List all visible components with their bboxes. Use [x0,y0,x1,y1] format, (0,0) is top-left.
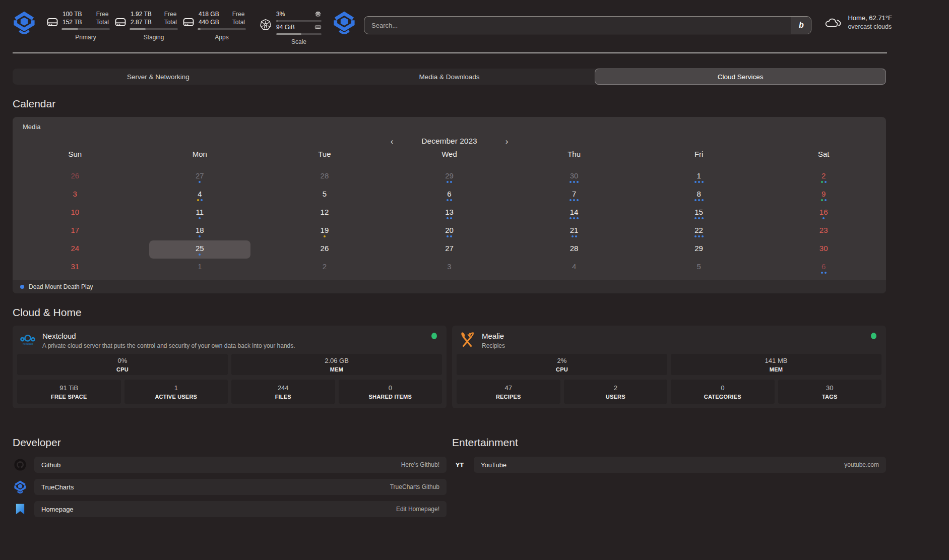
calendar-day-1-muted[interactable]: 1 [138,259,263,277]
resource-total-value: 2.87 TB [131,18,152,26]
calendar-day-14[interactable]: 14 [512,204,637,222]
event-dots [197,199,203,201]
calendar-day-2-muted[interactable]: 2 [262,259,387,277]
prev-month-button[interactable]: ‹ [391,137,394,146]
calendar-day-15[interactable]: 15 [637,204,762,222]
scale-widget-label: Scale [276,38,322,45]
resource-total-value: 152 TB [62,18,82,26]
stat-active-users: 1ACTIVE USERS [124,380,228,404]
svg-text:Nextcloud: Nextcloud [23,343,33,345]
tab-server-networking[interactable]: Server & Networking [13,69,304,85]
calendar-day-28-muted[interactable]: 28 [262,168,387,186]
event-title: Dead Mount Death Play [29,283,93,290]
calendar-day-6[interactable]: 6 [387,186,512,204]
disk-icon [114,16,127,29]
search-provider-button[interactable]: b [791,17,811,34]
calendar-day-16[interactable]: 16 [761,204,886,222]
calendar-day-27-muted[interactable]: 27 [138,168,263,186]
calendar-day-8[interactable]: 8 [637,186,762,204]
bookmark-youtube: YT YouTube youtube.com [452,457,886,473]
status-badge [871,333,876,339]
calendar-day-9[interactable]: 9 [761,186,886,204]
calendar-day-3-muted[interactable]: 3 [387,259,512,277]
scale-mem-value: 94 GiB [276,24,295,31]
event-dots [447,217,452,219]
calendar-day-17[interactable]: 17 [13,222,138,240]
event-dots [823,217,825,219]
tab-media-downloads[interactable]: Media & Downloads [304,69,595,85]
calendar-day-25[interactable]: 25 [138,240,263,259]
calendar-day-12[interactable]: 12 [262,204,387,222]
calendar-day-30[interactable]: 30 [761,240,886,259]
day-header-sat: Sat [761,150,886,164]
status-badge [431,333,437,339]
resource-usage-bar [61,28,110,30]
calendar-day-10[interactable]: 10 [13,204,138,222]
calendar-day-6-muted[interactable]: 6 [761,259,886,277]
calendar-day-18[interactable]: 18 [138,222,263,240]
cloud-icon [824,15,843,30]
calendar-day-2[interactable]: 2 [761,168,886,186]
bookmark-link-github[interactable]: Github Here's Github! [34,457,447,473]
calendar-day-26[interactable]: 26 [262,240,387,259]
calendar-day-4[interactable]: 4 [138,186,263,204]
header: 100 TB152 TB FreeTotal Primary 1.92 TB2.… [13,10,892,45]
calendar-day-29-muted[interactable]: 29 [387,168,512,186]
event-dots [694,235,704,237]
stat-users: 2USERS [564,380,668,404]
resource-total-value: 440 GB [199,18,219,26]
calendar-day-20[interactable]: 20 [387,222,512,240]
calendar-day-27[interactable]: 27 [387,240,512,259]
resource-widget-primary: 100 TB152 TB FreeTotal Primary [46,10,110,41]
calendar-day-13[interactable]: 13 [387,204,512,222]
view-tabs: Server & Networking Media & Downloads Cl… [13,69,886,85]
service-card-nextcloud[interactable]: Nextcloud Nextcloud A private cloud serv… [13,326,447,408]
bookmark-link-homepage[interactable]: Homepage Edit Homepage! [34,501,447,517]
event-dots [694,199,704,201]
calendar-day-11[interactable]: 11 [138,204,263,222]
calendar-day-30-muted[interactable]: 30 [512,168,637,186]
entertainment-column: Entertainment YT YouTube youtube.com [452,437,886,523]
event-dots [821,199,827,201]
month-title: December 2023 [421,137,477,146]
search-input[interactable] [364,17,791,34]
calendar-day-21[interactable]: 21 [512,222,637,240]
calendar-day-1[interactable]: 1 [637,168,762,186]
resource-free-label: Free [164,10,177,18]
resource-usage-bar [198,28,246,30]
event-dots [199,254,201,256]
search-bar: b [364,16,811,34]
calendar-day-24[interactable]: 24 [13,240,138,259]
event-dots [324,235,326,237]
bookmarks-area: Developer Github Here's Github! TrueChar… [13,437,886,523]
resource-total-label: Total [164,18,177,26]
calendar-day-22[interactable]: 22 [637,222,762,240]
calendar-day-19[interactable]: 19 [262,222,387,240]
service-card-mealie[interactable]: Mealie Recipies 2%CPU141 MBMEM 47RECIPES… [452,326,886,408]
calendar-day-28[interactable]: 28 [512,240,637,259]
calendar-day-4-muted[interactable]: 4 [512,259,637,277]
tab-cloud-services[interactable]: Cloud Services [595,69,886,85]
next-month-button[interactable]: › [505,137,509,146]
scale-cpu-bar-fill [276,20,278,22]
calendar-day-3[interactable]: 3 [13,186,138,204]
calendar-day-23[interactable]: 23 [761,222,886,240]
calendar-day-29[interactable]: 29 [637,240,762,259]
calendar-day-7[interactable]: 7 [512,186,637,204]
calendar-day-5-muted[interactable]: 5 [637,259,762,277]
stat-mem: 141 MBMEM [671,354,881,375]
resource-widget-label: Staging [130,34,178,41]
nextcloud-icon: Nextcloud [20,332,36,348]
bookmark-link-truecharts[interactable]: TrueCharts TrueCharts Github [34,479,447,495]
scale-cpu-value: 3% [276,11,285,18]
scale-mem-bar [276,33,322,35]
calendar-integration-label: Media [13,123,886,131]
day-header-mon: Mon [138,150,263,164]
truecharts-logo [13,11,36,34]
resource-total-label: Total [232,18,245,26]
stat-cpu: 2%CPU [457,354,667,375]
calendar-day-5[interactable]: 5 [262,186,387,204]
calendar-day-31[interactable]: 31 [13,259,138,277]
calendar-day-26-muted[interactable]: 26 [13,168,138,186]
bookmark-link-youtube[interactable]: YouTube youtube.com [474,457,886,473]
